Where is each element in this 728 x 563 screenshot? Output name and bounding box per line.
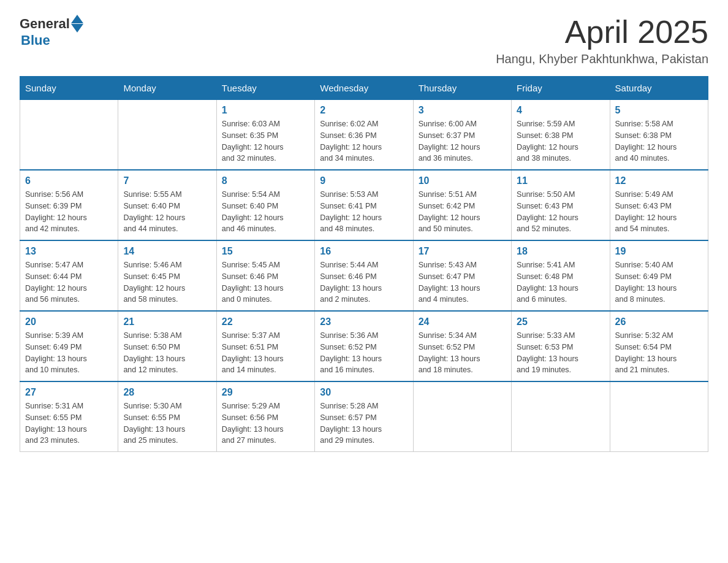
page-header: General Blue April 2025 Hangu, Khyber Pa… (20, 15, 708, 66)
calendar-cell: 5Sunrise: 5:58 AMSunset: 6:38 PMDaylight… (610, 100, 708, 170)
calendar-cell: 9Sunrise: 5:53 AMSunset: 6:41 PMDaylight… (315, 170, 413, 240)
calendar-cell: 12Sunrise: 5:49 AMSunset: 6:43 PMDayligh… (610, 170, 708, 240)
calendar-cell (512, 381, 610, 452)
day-info: Sunrise: 5:55 AMSunset: 6:40 PMDaylight:… (123, 189, 211, 235)
day-info: Sunrise: 5:58 AMSunset: 6:38 PMDaylight:… (615, 118, 703, 164)
calendar-cell: 27Sunrise: 5:31 AMSunset: 6:55 PMDayligh… (20, 381, 118, 452)
day-number: 20 (25, 316, 113, 327)
day-number: 7 (123, 175, 211, 186)
calendar-cell (118, 100, 216, 170)
day-number: 1 (222, 105, 309, 116)
calendar-cell: 14Sunrise: 5:46 AMSunset: 6:45 PMDayligh… (118, 240, 216, 311)
day-number: 23 (320, 316, 408, 327)
calendar-cell: 13Sunrise: 5:47 AMSunset: 6:44 PMDayligh… (20, 240, 118, 311)
calendar-cell: 21Sunrise: 5:38 AMSunset: 6:50 PMDayligh… (118, 311, 216, 381)
calendar-cell: 8Sunrise: 5:54 AMSunset: 6:40 PMDaylight… (216, 170, 314, 240)
day-number: 15 (222, 246, 309, 257)
calendar-cell: 23Sunrise: 5:36 AMSunset: 6:52 PMDayligh… (315, 311, 413, 381)
day-number: 14 (123, 246, 211, 257)
calendar-cell: 2Sunrise: 6:02 AMSunset: 6:36 PMDaylight… (315, 100, 413, 170)
weekday-header-friday: Friday (512, 77, 610, 100)
weekday-header-wednesday: Wednesday (315, 77, 413, 100)
calendar-cell: 3Sunrise: 6:00 AMSunset: 6:37 PMDaylight… (413, 100, 511, 170)
day-number: 21 (123, 316, 211, 327)
calendar-cell: 29Sunrise: 5:29 AMSunset: 6:56 PMDayligh… (216, 381, 314, 452)
title-section: April 2025 Hangu, Khyber Pakhtunkhwa, Pa… (496, 15, 708, 66)
calendar-cell (20, 100, 118, 170)
calendar-cell: 25Sunrise: 5:33 AMSunset: 6:53 PMDayligh… (512, 311, 610, 381)
day-info: Sunrise: 5:51 AMSunset: 6:42 PMDaylight:… (419, 189, 506, 235)
day-info: Sunrise: 5:38 AMSunset: 6:50 PMDaylight:… (123, 330, 211, 376)
calendar-cell: 11Sunrise: 5:50 AMSunset: 6:43 PMDayligh… (512, 170, 610, 240)
logo-blue-text: Blue (21, 33, 50, 48)
calendar-cell: 17Sunrise: 5:43 AMSunset: 6:47 PMDayligh… (413, 240, 511, 311)
calendar-cell: 26Sunrise: 5:32 AMSunset: 6:54 PMDayligh… (610, 311, 708, 381)
day-info: Sunrise: 5:43 AMSunset: 6:47 PMDaylight:… (419, 259, 506, 305)
day-info: Sunrise: 5:46 AMSunset: 6:45 PMDaylight:… (123, 259, 211, 305)
day-info: Sunrise: 5:39 AMSunset: 6:49 PMDaylight:… (25, 330, 113, 376)
logo: General Blue (20, 15, 83, 48)
weekday-header-monday: Monday (118, 77, 216, 100)
day-number: 9 (320, 175, 408, 186)
day-number: 13 (25, 246, 113, 257)
week-row-0: 1Sunrise: 6:03 AMSunset: 6:35 PMDaylight… (20, 100, 708, 170)
day-info: Sunrise: 5:53 AMSunset: 6:41 PMDaylight:… (320, 189, 408, 235)
weekday-header-thursday: Thursday (413, 77, 511, 100)
day-number: 11 (517, 175, 604, 186)
day-info: Sunrise: 5:47 AMSunset: 6:44 PMDaylight:… (25, 259, 113, 305)
day-number: 17 (419, 246, 506, 257)
calendar-cell: 1Sunrise: 6:03 AMSunset: 6:35 PMDaylight… (216, 100, 314, 170)
weekday-header-tuesday: Tuesday (216, 77, 314, 100)
day-number: 12 (615, 175, 703, 186)
calendar-cell: 19Sunrise: 5:40 AMSunset: 6:49 PMDayligh… (610, 240, 708, 311)
page-subtitle: Hangu, Khyber Pakhtunkhwa, Pakistan (496, 52, 708, 66)
day-info: Sunrise: 5:50 AMSunset: 6:43 PMDaylight:… (517, 189, 604, 235)
day-number: 8 (222, 175, 309, 186)
calendar-cell: 20Sunrise: 5:39 AMSunset: 6:49 PMDayligh… (20, 311, 118, 381)
calendar-table: SundayMondayTuesdayWednesdayThursdayFrid… (20, 76, 708, 452)
calendar-cell: 4Sunrise: 5:59 AMSunset: 6:38 PMDaylight… (512, 100, 610, 170)
day-info: Sunrise: 5:49 AMSunset: 6:43 PMDaylight:… (615, 189, 703, 235)
day-number: 27 (25, 387, 113, 398)
day-number: 3 (419, 105, 506, 116)
week-row-3: 20Sunrise: 5:39 AMSunset: 6:49 PMDayligh… (20, 311, 708, 381)
calendar-cell (610, 381, 708, 452)
calendar-cell: 24Sunrise: 5:34 AMSunset: 6:52 PMDayligh… (413, 311, 511, 381)
day-info: Sunrise: 5:44 AMSunset: 6:46 PMDaylight:… (320, 259, 408, 305)
day-number: 22 (222, 316, 309, 327)
day-info: Sunrise: 6:03 AMSunset: 6:35 PMDaylight:… (222, 118, 309, 164)
calendar-cell: 6Sunrise: 5:56 AMSunset: 6:39 PMDaylight… (20, 170, 118, 240)
week-row-2: 13Sunrise: 5:47 AMSunset: 6:44 PMDayligh… (20, 240, 708, 311)
day-info: Sunrise: 5:45 AMSunset: 6:46 PMDaylight:… (222, 259, 309, 305)
day-info: Sunrise: 5:34 AMSunset: 6:52 PMDaylight:… (419, 330, 506, 376)
page-title: April 2025 (496, 15, 708, 50)
day-info: Sunrise: 5:29 AMSunset: 6:56 PMDaylight:… (222, 400, 309, 446)
logo-general-text: General (20, 16, 70, 32)
week-row-4: 27Sunrise: 5:31 AMSunset: 6:55 PMDayligh… (20, 381, 708, 452)
day-number: 5 (615, 105, 703, 116)
day-number: 2 (320, 105, 408, 116)
day-number: 28 (123, 387, 211, 398)
day-info: Sunrise: 5:28 AMSunset: 6:57 PMDaylight:… (320, 400, 408, 446)
weekday-header-saturday: Saturday (610, 77, 708, 100)
day-number: 25 (517, 316, 604, 327)
day-number: 4 (517, 105, 604, 116)
calendar-cell: 10Sunrise: 5:51 AMSunset: 6:42 PMDayligh… (413, 170, 511, 240)
day-info: Sunrise: 5:37 AMSunset: 6:51 PMDaylight:… (222, 330, 309, 376)
day-info: Sunrise: 5:31 AMSunset: 6:55 PMDaylight:… (25, 400, 113, 446)
day-number: 16 (320, 246, 408, 257)
calendar-cell: 28Sunrise: 5:30 AMSunset: 6:55 PMDayligh… (118, 381, 216, 452)
day-info: Sunrise: 5:33 AMSunset: 6:53 PMDaylight:… (517, 330, 604, 376)
day-info: Sunrise: 5:32 AMSunset: 6:54 PMDaylight:… (615, 330, 703, 376)
day-info: Sunrise: 5:36 AMSunset: 6:52 PMDaylight:… (320, 330, 408, 376)
day-info: Sunrise: 5:41 AMSunset: 6:48 PMDaylight:… (517, 259, 604, 305)
day-info: Sunrise: 5:56 AMSunset: 6:39 PMDaylight:… (25, 189, 113, 235)
weekday-header-sunday: Sunday (20, 77, 118, 100)
day-number: 19 (615, 246, 703, 257)
calendar-cell: 18Sunrise: 5:41 AMSunset: 6:48 PMDayligh… (512, 240, 610, 311)
day-number: 30 (320, 387, 408, 398)
day-number: 24 (419, 316, 506, 327)
weekday-header-row: SundayMondayTuesdayWednesdayThursdayFrid… (20, 77, 708, 100)
day-number: 26 (615, 316, 703, 327)
calendar-cell: 30Sunrise: 5:28 AMSunset: 6:57 PMDayligh… (315, 381, 413, 452)
